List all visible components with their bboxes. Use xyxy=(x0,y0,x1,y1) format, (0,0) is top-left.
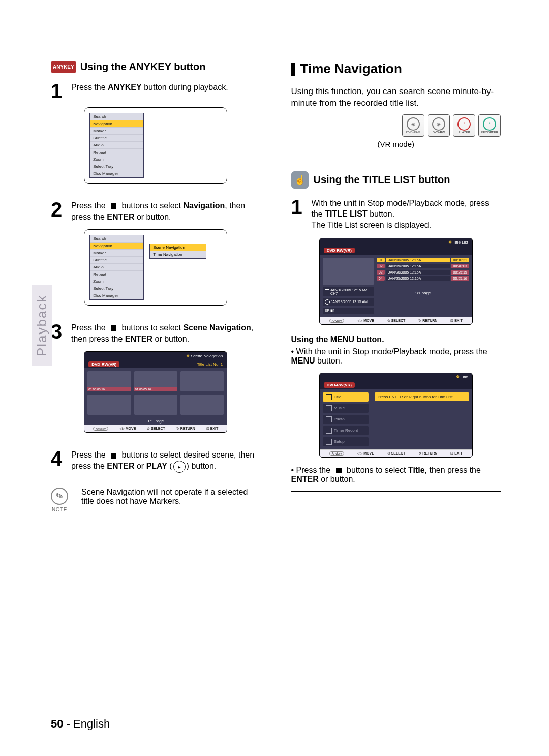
step-number: 2 xyxy=(51,200,66,219)
disc-compat-icons: ◉DVD-RAM ◉DVD-RW ᴾPLAYER ᴿRECORDER xyxy=(291,114,501,137)
menu-item: Audio xyxy=(90,142,143,149)
title-list-heading: ☝ Using the TITLE LIST button xyxy=(291,171,501,189)
osd-anykey-menu-1: Search Navigation Marker Subtitle Audio … xyxy=(84,107,227,184)
anykey-heading-text: Using the ANYKEY button xyxy=(80,61,206,73)
navigation-submenu: Scene Navigation Time Navigation xyxy=(149,244,206,259)
left-step-1: 1 Press the ANYKEY button during playbac… xyxy=(51,82,261,100)
intro-text: Using this function, you can search scen… xyxy=(291,86,501,109)
right-step-1: 1 With the unit in Stop mode/Playback mo… xyxy=(291,198,501,231)
step-number: 4 xyxy=(51,449,66,468)
step-number: 1 xyxy=(291,198,307,216)
title-menu-tip: Press ENTER or Right button for Title Li… xyxy=(375,392,469,401)
title-menu-items: Title Music Photo Timer Record Setup xyxy=(320,389,372,449)
title-row: 01JAN/18/2005 12:15A00:10:21 xyxy=(377,258,469,262)
anykey-menu-list: Search Navigation Marker Subtitle Audio … xyxy=(89,113,144,178)
osd-title-bar: Title xyxy=(320,373,472,381)
menu-item: Disc Manager xyxy=(90,170,143,177)
menu-item: Select Tray xyxy=(90,163,143,170)
osd-title-list: Title List DVD-RW(VR) JAN/18/2005 12:15 … xyxy=(319,238,473,325)
menu-item: Music xyxy=(323,404,369,413)
anykey-heading: ANYKEY Using the ANYKEY button xyxy=(51,61,261,73)
direction-buttons-icon xyxy=(336,468,342,473)
page-footer: 50 - English xyxy=(51,717,110,731)
menu-item: Navigation xyxy=(90,120,143,128)
vr-mode-note: (VR mode) xyxy=(291,140,501,148)
scene-thumb: 01 00:05:16 xyxy=(134,371,177,391)
osd-title-menu: Title DVD-RW(VR) Title Music Photo Timer… xyxy=(319,373,473,458)
left-step-3: 3 Press the buttons to select Scene Navi… xyxy=(51,322,261,344)
osd-crumb-bar: DVD-RW(VR) Title List No. 1 xyxy=(84,360,227,368)
osd-scene-navigation: Scene Navigation DVD-RW(VR) Title List N… xyxy=(84,351,227,433)
title-row: 02JAN/19/2005 12:15A00:40:03 xyxy=(377,264,469,268)
direction-buttons-icon xyxy=(111,203,116,209)
title-row: 04JAN/25/2005 12:15A00:55:16 xyxy=(377,276,469,281)
menu-item: Marker xyxy=(90,128,143,135)
menu-item: Photo xyxy=(323,415,369,424)
hand-press-icon: ☝ xyxy=(291,171,309,189)
step-number: 1 xyxy=(51,82,66,100)
osd-footer: Anykey ◁▷ MOVE ⊙ SELECT ↻ RETURN ⊡ EXIT xyxy=(320,317,472,324)
title-list-rows: 01JAN/18/2005 12:15A00:10:21 02JAN/19/20… xyxy=(377,255,472,317)
title-preview-thumb xyxy=(323,258,374,285)
menu-item: Subtitle xyxy=(90,135,143,142)
menu-item: Title xyxy=(323,392,369,402)
note-icon: ✎ NOTE xyxy=(51,488,68,512)
anykey-menu-list: Search Navigation Marker Subtitle Audio … xyxy=(89,235,144,300)
menu-item: Search xyxy=(90,113,143,120)
left-step-4: 4 Press the buttons to select desired sc… xyxy=(51,449,261,473)
menu-item: Timer Record xyxy=(323,426,369,435)
right-column: Time Navigation Using this function, you… xyxy=(291,61,501,527)
note-text: Scene Navigation will not operate if a s… xyxy=(81,488,261,506)
scene-thumb-grid: 01 00:00:16 01 00:05:16 xyxy=(84,368,227,418)
scene-thumb xyxy=(180,371,224,391)
menu-item: Repeat xyxy=(90,149,143,156)
playback-side-tab: Playback xyxy=(32,285,52,366)
scene-thumb xyxy=(134,395,177,415)
step-number: 3 xyxy=(51,322,66,341)
osd-title-bar: Title List xyxy=(320,238,472,247)
play-button-icon: ▸ xyxy=(173,461,186,473)
scene-thumb: 01 00:00:16 xyxy=(87,371,131,391)
direction-buttons-icon xyxy=(111,325,116,331)
title-row: 03JAN/20/2005 12:15A00:25:15 xyxy=(377,270,469,275)
menu-item: Setup xyxy=(323,437,369,446)
osd-title-bar: Scene Navigation xyxy=(84,352,227,360)
time-navigation-title: Time Navigation xyxy=(291,61,501,77)
left-column: ANYKEY Using the ANYKEY button 1 Press t… xyxy=(51,61,261,527)
osd-anykey-menu-2: Search Navigation Marker Subtitle Audio … xyxy=(84,229,227,306)
direction-buttons-icon xyxy=(111,453,116,459)
note-block: ✎ NOTE Scene Navigation will not operate… xyxy=(51,488,261,512)
page-indicator: 1/1 Page xyxy=(84,418,227,425)
osd-footer: Anykey ◁▷ MOVE ⊙ SELECT ↻ RETURN ⊡ EXIT xyxy=(84,425,227,432)
menu-item: Zoom xyxy=(90,156,143,163)
scene-thumb xyxy=(180,395,224,415)
menu-button-heading: Using the MENU button. xyxy=(291,335,384,344)
osd-footer: Anykey ◁▷ MOVE ⊙ SELECT ↻ RETURN ⊡ EXIT xyxy=(320,449,472,457)
scene-thumb xyxy=(87,395,131,415)
left-step-2: 2 Press the buttons to select Navigation… xyxy=(51,200,261,222)
anykey-badge-icon: ANYKEY xyxy=(51,61,76,73)
